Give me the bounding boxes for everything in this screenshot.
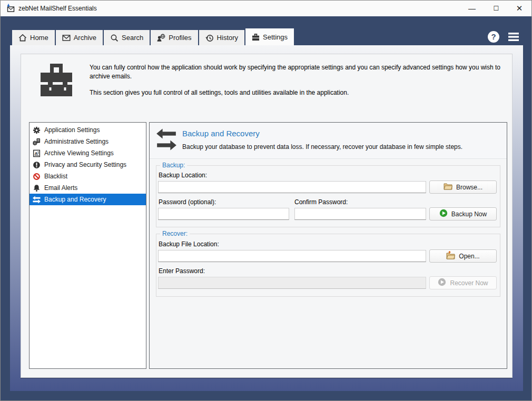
sidebar-item-application-settings[interactable]: Application Settings xyxy=(29,124,146,136)
toolbox-large-icon xyxy=(40,64,73,98)
backup-location-input[interactable] xyxy=(158,181,426,193)
prohibition-icon xyxy=(32,173,41,181)
open-button-label: Open... xyxy=(459,253,479,260)
magnifier-icon xyxy=(110,34,119,42)
password-label: Password (optional): xyxy=(159,198,216,206)
intro-paragraph-2: This section gives you full control of a… xyxy=(90,88,506,97)
sidebar-item-blacklist[interactable]: Blacklist xyxy=(29,171,146,182)
sidebar-item-archive-viewing-settings[interactable]: A Archive Viewing Settings xyxy=(29,147,146,159)
sidebar-item-label: Email Alerts xyxy=(44,184,77,192)
panel-subtitle: Backup your database to prevent data los… xyxy=(182,143,462,151)
exclamation-circle-icon xyxy=(32,161,41,169)
recover-now-button: Recover Now xyxy=(429,276,497,289)
tab-label: Search xyxy=(122,34,143,42)
folder-open-icon xyxy=(446,251,455,261)
maximize-button[interactable]: ☐ xyxy=(485,1,508,16)
app-envelope-icon xyxy=(6,4,15,13)
recover-group-legend: Recover: xyxy=(160,230,190,237)
browse-button-label: Browse... xyxy=(456,184,482,191)
settings-intro: You can fully control how the applicatio… xyxy=(90,63,506,105)
backup-group: Backup: Backup Location: Browse... Passw… xyxy=(156,165,500,227)
confirm-password-input[interactable] xyxy=(294,208,426,220)
gear-icon xyxy=(32,126,41,134)
play-circle-gray-icon xyxy=(438,278,446,288)
hamburger-menu-icon[interactable] xyxy=(507,31,520,43)
backup-group-legend: Backup: xyxy=(160,162,187,169)
tab-label: Settings xyxy=(263,33,288,41)
sidebar-item-label: Archive Viewing Settings xyxy=(44,149,114,157)
panel-title: Backup and Recovery xyxy=(182,129,260,138)
svg-text:?: ? xyxy=(491,32,496,41)
backup-file-location-label: Backup File Location: xyxy=(159,240,219,248)
recover-group: Recover: Backup File Location: Open... E… xyxy=(156,234,500,297)
tab-profiles[interactable]: Profiles xyxy=(151,30,198,45)
sidebar-item-label: Administrative Settings xyxy=(44,138,109,145)
play-circle-green-icon xyxy=(439,209,448,219)
close-button[interactable]: ✕ xyxy=(508,1,531,16)
enter-password-input xyxy=(158,277,426,289)
tab-archive[interactable]: Archive xyxy=(56,30,103,45)
tab-label: Home xyxy=(30,34,48,42)
sidebar-item-label: Blacklist xyxy=(44,173,67,180)
backup-now-label: Backup Now xyxy=(451,210,487,218)
history-clock-icon xyxy=(205,34,214,42)
sidebar-item-label: Privacy and Security Settings xyxy=(44,161,126,168)
help-icon[interactable]: ? xyxy=(487,31,500,43)
sidebar-item-label: Backup and Recovery xyxy=(44,196,106,203)
tab-bar: Home Archive Search xyxy=(12,28,294,45)
password-input[interactable] xyxy=(158,208,289,220)
application-window: zebNet MailShelf Essentials — ☐ ✕ Home xyxy=(0,0,532,401)
toolbox-icon xyxy=(252,33,260,41)
tab-label: Archive xyxy=(74,34,96,42)
enter-password-label: Enter Password: xyxy=(159,267,205,275)
sidebar-item-privacy-security-settings[interactable]: Privacy and Security Settings xyxy=(29,159,146,171)
tab-label: Profiles xyxy=(169,34,191,42)
sidebar-item-administrative-settings[interactable]: Administrative Settings xyxy=(29,136,146,147)
panel-header: Backup and Recovery Backup your database… xyxy=(150,123,507,159)
confirm-password-label: Confirm Password: xyxy=(294,198,348,206)
folder-icon xyxy=(444,183,452,192)
gear-server-icon xyxy=(32,138,41,146)
home-icon xyxy=(18,34,27,42)
profiles-globe-icon xyxy=(157,34,165,42)
backup-location-label: Backup Location: xyxy=(159,172,207,179)
sidebar-item-label: Application Settings xyxy=(44,126,100,134)
minimize-button[interactable]: — xyxy=(460,1,484,16)
tab-history[interactable]: History xyxy=(199,30,244,45)
envelope-icon xyxy=(62,34,71,42)
topbar-actions: ? xyxy=(487,29,520,44)
backup-recovery-panel: Backup and Recovery Backup your database… xyxy=(149,122,507,369)
browse-button[interactable]: Browse... xyxy=(429,181,497,194)
recover-now-label: Recover Now xyxy=(450,279,488,287)
tab-search[interactable]: Search xyxy=(104,30,150,45)
document-a-icon: A xyxy=(32,149,41,157)
tab-home[interactable]: Home xyxy=(12,30,55,45)
swap-arrows-large-icon xyxy=(156,128,176,153)
bell-icon xyxy=(32,184,41,192)
titlebar: zebNet MailShelf Essentials — ☐ ✕ xyxy=(1,1,532,16)
window-title: zebNet MailShelf Essentials xyxy=(18,1,97,16)
settings-category-list: Application Settings xyxy=(29,122,146,369)
open-button[interactable]: Open... xyxy=(429,249,497,263)
swap-arrows-icon xyxy=(32,196,41,204)
tab-settings[interactable]: Settings xyxy=(245,28,294,45)
intro-paragraph-1: You can fully control how the applicatio… xyxy=(90,63,506,81)
sidebar-item-email-alerts[interactable]: Email Alerts xyxy=(29,182,146,194)
sidebar-item-backup-and-recovery[interactable]: Backup and Recovery xyxy=(29,194,146,205)
backup-now-button[interactable]: Backup Now xyxy=(429,207,497,220)
tab-label: History xyxy=(217,34,238,42)
svg-text:A: A xyxy=(34,151,37,155)
backup-file-location-input[interactable] xyxy=(158,250,426,262)
